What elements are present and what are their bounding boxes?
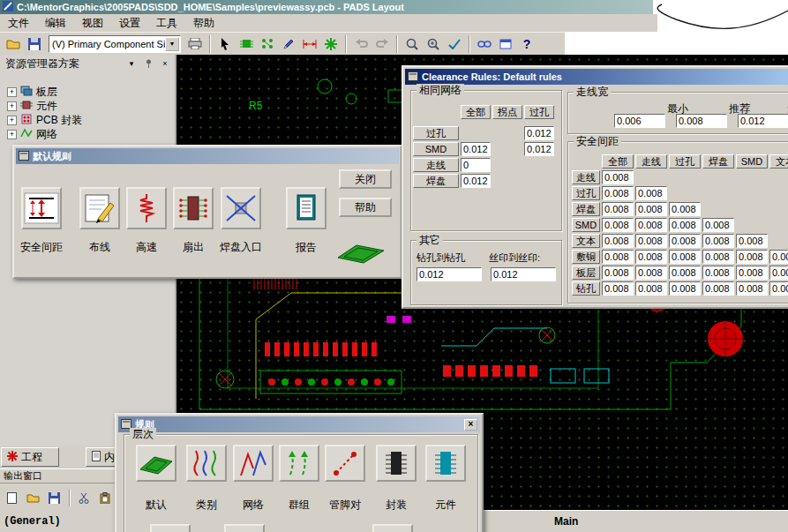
same-net-col-header[interactable]: 过孔 xyxy=(524,105,554,119)
clearance-value-input[interactable] xyxy=(702,266,734,280)
tool-button-partial[interactable] xyxy=(372,524,413,532)
same-net-row-header[interactable]: 焊盘 xyxy=(413,174,459,188)
clearance-value-input[interactable] xyxy=(602,234,634,248)
clearance-value-input[interactable] xyxy=(635,234,667,248)
close-icon[interactable]: × xyxy=(159,58,171,70)
clearance-value-input[interactable] xyxy=(769,250,788,264)
query-button[interactable] xyxy=(424,34,443,54)
pad-entry-rules-button[interactable] xyxy=(221,187,261,229)
drafting-toolbar-button[interactable] xyxy=(258,34,277,54)
clearance-value-input[interactable] xyxy=(635,202,667,216)
tool-button-partial[interactable] xyxy=(224,524,265,532)
decal-rules-button[interactable] xyxy=(376,445,417,482)
tool-button-partial[interactable] xyxy=(150,524,191,532)
drill-to-drill-input[interactable] xyxy=(417,267,482,281)
eco-toolbar-button[interactable] xyxy=(321,34,341,54)
clearance-value-input[interactable] xyxy=(602,281,634,296)
dimension-toolbar-button[interactable] xyxy=(300,34,319,54)
same-net-value-input[interactable] xyxy=(461,142,491,156)
matrix-row-header[interactable]: 敷铜 xyxy=(572,250,600,264)
matrix-col-header[interactable]: 焊盘 xyxy=(702,154,734,169)
save-file-button[interactable] xyxy=(44,488,64,507)
open-file-button[interactable] xyxy=(23,488,42,507)
matrix-row-header[interactable]: 过孔 xyxy=(572,186,600,200)
tree-item-nets[interactable]: + 网络 xyxy=(7,127,166,141)
same-net-row-header[interactable]: SMD xyxy=(413,142,459,156)
clearance-rules-button[interactable] xyxy=(21,187,62,229)
menu-view[interactable]: 视图 xyxy=(74,14,111,33)
expand-icon[interactable]: + xyxy=(7,116,17,125)
save-button[interactable] xyxy=(25,34,44,54)
clearance-value-input[interactable] xyxy=(669,202,701,216)
clearance-value-input[interactable] xyxy=(635,218,667,232)
component-rules-button[interactable] xyxy=(425,445,466,482)
clearance-value-input[interactable] xyxy=(669,250,701,264)
paste-button[interactable] xyxy=(95,488,115,507)
matrix-row-header[interactable]: 焊盘 xyxy=(572,202,600,216)
matrix-row-header[interactable]: 走线 xyxy=(572,170,600,184)
cut-button[interactable] xyxy=(74,488,94,507)
expand-icon[interactable]: + xyxy=(7,101,17,111)
chevron-down-icon[interactable]: ▾ xyxy=(125,58,138,70)
link-button[interactable] xyxy=(475,34,494,54)
clearance-value-input[interactable] xyxy=(669,266,701,280)
pointer-tool-button[interactable] xyxy=(215,34,235,54)
clearance-value-input[interactable] xyxy=(602,218,634,232)
menu-file[interactable]: 文件 xyxy=(0,14,37,33)
menu-setup[interactable]: 设置 xyxy=(111,14,148,33)
tree-item-decals[interactable]: + PCB 封装 xyxy=(7,113,166,127)
matrix-col-header[interactable]: 文本 xyxy=(769,154,788,169)
matrix-row-header[interactable]: 钻孔 xyxy=(572,281,600,296)
clearance-value-input[interactable] xyxy=(669,234,701,248)
expand-icon[interactable]: + xyxy=(7,87,17,97)
trace-width-max-input[interactable] xyxy=(738,114,788,128)
print-button[interactable] xyxy=(185,34,205,54)
same-net-value-input[interactable] xyxy=(524,142,554,156)
clearance-value-input[interactable] xyxy=(602,250,634,264)
clearance-value-input[interactable] xyxy=(602,266,634,280)
matrix-col-header[interactable]: 全部 xyxy=(602,154,634,169)
clearance-value-input[interactable] xyxy=(635,186,667,200)
chevron-down-icon[interactable]: ▼ xyxy=(165,37,179,51)
dialog-titlebar[interactable]: 默认规则 xyxy=(16,148,399,164)
group-rules-button[interactable] xyxy=(279,445,319,482)
matrix-col-header[interactable]: 过孔 xyxy=(669,154,701,169)
matrix-row-header[interactable]: 文本 xyxy=(572,234,600,248)
clearance-value-input[interactable] xyxy=(602,202,634,216)
tree-item-components[interactable]: + 元件 xyxy=(7,99,166,113)
same-net-row-header[interactable]: 走线 xyxy=(413,158,459,172)
clearance-value-input[interactable] xyxy=(635,250,667,264)
clearance-value-input[interactable] xyxy=(702,281,734,296)
dialog-titlebar[interactable]: Clearance Rules: Default rules xyxy=(405,69,788,85)
menu-help[interactable]: 帮助 xyxy=(185,14,222,33)
verify-button[interactable] xyxy=(445,34,464,54)
tab-project[interactable]: 工程 xyxy=(1,447,59,467)
clearance-value-input[interactable] xyxy=(635,281,667,296)
class-rules-button[interactable] xyxy=(186,445,227,482)
clearance-value-input[interactable] xyxy=(736,266,768,280)
clearance-value-input[interactable] xyxy=(702,250,734,264)
report-button[interactable] xyxy=(286,187,326,229)
clearance-value-input[interactable] xyxy=(769,281,788,296)
clearance-value-input[interactable] xyxy=(736,281,768,296)
matrix-col-header[interactable]: SMD xyxy=(736,154,768,169)
same-net-col-header[interactable]: 拐点 xyxy=(492,105,522,119)
open-button[interactable] xyxy=(4,34,23,54)
dialog-titlebar[interactable]: 规则 × xyxy=(118,416,480,432)
close-icon[interactable]: × xyxy=(464,419,477,431)
clearance-value-input[interactable] xyxy=(669,218,701,232)
clearance-value-input[interactable] xyxy=(769,266,788,280)
menu-tools[interactable]: 工具 xyxy=(148,14,185,33)
same-net-row-header[interactable]: 过孔 xyxy=(413,126,459,140)
high-speed-rules-button[interactable] xyxy=(126,187,167,229)
new-window-button[interactable] xyxy=(496,34,515,54)
routing-rules-button[interactable] xyxy=(79,187,120,229)
same-net-value-input[interactable] xyxy=(524,126,554,140)
trace-width-recommended-input[interactable] xyxy=(676,114,727,128)
menu-edit[interactable]: 编辑 xyxy=(37,14,74,33)
matrix-row-header[interactable]: SMD xyxy=(572,218,600,232)
window-titlebar[interactable]: C:\MentorGraphics\2005PADS\SDD_HOME\Samp… xyxy=(0,0,653,14)
tree-item-layers[interactable]: + 板层 xyxy=(7,85,166,99)
help-button[interactable]: ? xyxy=(517,34,537,54)
pin-pair-rules-button[interactable] xyxy=(325,445,365,482)
